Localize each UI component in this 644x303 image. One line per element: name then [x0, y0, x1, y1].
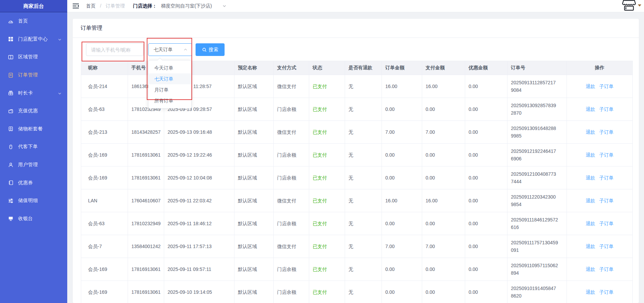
table-cell-nickname: 会员-7 — [81, 235, 128, 258]
table-cell-discount: 0.00 — [465, 98, 507, 121]
table-cell-refund: 无 — [345, 258, 382, 281]
row-action-link[interactable]: 退款 — [586, 129, 595, 135]
table-cell-time: 2025-09-10 19:14:05 — [164, 281, 234, 303]
row-action-link[interactable]: 退款 — [586, 244, 595, 249]
user-icon — [8, 162, 14, 168]
sidebar-item-11[interactable]: 收银台 — [0, 210, 67, 228]
dropdown-option[interactable]: 所有订单 — [148, 95, 191, 106]
sidebar-item-8[interactable]: 用户管理 — [0, 156, 67, 174]
row-action-link[interactable]: 退款 — [586, 152, 595, 158]
table-cell-phone: 13584001242 — [128, 235, 164, 258]
row-action-link[interactable]: 子订单 — [599, 129, 614, 135]
table-cell-status: 已支付 — [309, 189, 345, 212]
row-action-link[interactable]: 子订单 — [599, 106, 614, 112]
chevron-down-icon[interactable] — [222, 4, 227, 8]
sidebar-item-6[interactable]: 储物柜套餐 — [0, 120, 67, 138]
table-cell-zone: 默认区域 — [234, 167, 274, 189]
order-range-select[interactable]: 七天订单 — [148, 43, 192, 56]
row-action-link[interactable]: 子订单 — [599, 289, 614, 295]
table-row: 会员-169178169130612025-09-12 10:04:08默认区域… — [81, 167, 633, 189]
search-input[interactable] — [86, 43, 144, 56]
row-action-link[interactable]: 退款 — [586, 106, 595, 112]
gift-icon — [8, 90, 14, 96]
row-action-link[interactable]: 子订单 — [599, 84, 614, 89]
table-cell-time: 2025-09-11 17:57:13 — [164, 235, 234, 258]
table-cell-zone: 默认区域 — [234, 75, 274, 98]
store-menu[interactable] — [617, 0, 644, 12]
row-action-link[interactable]: 退款 — [586, 289, 595, 295]
column-header: 优惠金额 — [465, 61, 507, 75]
dropdown-option[interactable]: 今天订单 — [148, 62, 191, 73]
table-cell-status: 已支付 — [309, 144, 345, 167]
table-cell-refund: 无 — [345, 121, 382, 144]
sidebar-item-3[interactable]: 订单管理 — [0, 66, 67, 84]
sidebar-item-2[interactable]: 区域管理 — [0, 48, 67, 66]
row-action-link[interactable]: 子订单 — [599, 152, 614, 158]
table-row: 会员-63178102329492025-09-11 18:46:12默认区域门… — [81, 212, 633, 235]
table-cell-nickname: 会员-169 — [81, 281, 128, 303]
row-action-link[interactable]: 子订单 — [599, 244, 614, 249]
row-action-link[interactable]: 退款 — [586, 266, 595, 272]
row-action-link[interactable]: 退款 — [586, 221, 595, 226]
grid-icon — [8, 36, 14, 42]
sidebar-item-5[interactable]: 充值优惠 — [0, 102, 67, 120]
table-cell-status: 已支付 — [309, 75, 345, 98]
sidebar-item-label: 时长卡 — [18, 90, 33, 96]
table-cell-actions: 退款子订单 — [567, 121, 633, 144]
breadcrumb: 首页 / 订单管理 — [86, 3, 125, 9]
table-cell-order_amount: 0.00 — [382, 98, 422, 121]
row-action-link[interactable]: 子订单 — [599, 221, 614, 226]
table-cell-status: 已支付 — [309, 212, 345, 235]
sidebar-collapse-icon[interactable] — [72, 3, 79, 9]
table-cell-order_amount: 16.00 — [382, 189, 422, 212]
search-button[interactable]: 搜索 — [196, 43, 225, 56]
table-cell-order_no: 202509121004087737444 — [507, 167, 567, 189]
monitor-icon — [8, 216, 14, 222]
sidebar-item-4[interactable]: 时长卡 — [0, 84, 67, 102]
status-badge: 已支付 — [313, 106, 327, 112]
dropdown-option[interactable]: 月订单 — [148, 84, 191, 95]
row-action-link[interactable]: 退款 — [586, 198, 595, 203]
table-cell-phone: 17816913061 — [128, 281, 164, 303]
table-cell-discount: 0.00 — [465, 235, 507, 258]
dropdown-option[interactable]: 七天订单 — [148, 73, 191, 84]
order-range-select-value: 七天订单 — [154, 47, 183, 53]
row-action-link[interactable]: 退款 — [586, 84, 595, 89]
row-action-link[interactable]: 子订单 — [599, 198, 614, 203]
table-cell-order_amount: 7.00 — [382, 235, 422, 258]
breadcrumb-home[interactable]: 首页 — [86, 3, 96, 9]
search-icon — [202, 47, 207, 52]
sidebar-item-0[interactable]: 首页 — [0, 12, 67, 30]
store-select-value[interactable]: 梯度空间自习室(下沙店) — [161, 3, 212, 9]
topbar: 首页 / 订单管理 门店选择： 梯度空间自习室(下沙店) — [67, 0, 644, 12]
table-cell-zone: 默认区域 — [234, 281, 274, 303]
status-badge: 已支付 — [313, 289, 327, 295]
sidebar-item-7[interactable]: 代客下单 — [0, 138, 67, 156]
table-cell-pay_method: 门店余额 — [274, 144, 309, 167]
table-row: 会员-213181434282572025-09-13 09:16:48默认区域… — [81, 121, 633, 144]
table-cell-pay_amount: 0.00 — [422, 98, 465, 121]
column-header: 昵称 — [81, 61, 128, 75]
sidebar-item-9[interactable]: 优惠券 — [0, 174, 67, 192]
table-row: 会员-169178169130612025-09-10 19:14:05默认区域… — [81, 281, 633, 303]
status-badge: 已支付 — [313, 221, 327, 226]
status-badge: 已支付 — [313, 198, 327, 203]
table-cell-refund: 无 — [345, 75, 382, 98]
sidebar-item-1[interactable]: 门店配置中心 — [0, 30, 67, 48]
app-title: 商家后台 — [0, 0, 67, 12]
table-cell-refund: 无 — [345, 189, 382, 212]
sidebar-item-10[interactable]: 储值明细 — [0, 192, 67, 210]
table-cell-pay_method: 微信支付 — [274, 235, 309, 258]
shop-icon — [620, 0, 638, 11]
mouse-icon — [8, 144, 14, 150]
row-action-link[interactable]: 子订单 — [599, 175, 614, 181]
table-cell-pay_amount: 0.00 — [422, 212, 465, 235]
table-cell-pay_method: 微信支付 — [274, 75, 309, 98]
column-header: 支付金额 — [422, 61, 465, 75]
table-cell-pay_amount: 0.00 — [422, 167, 465, 189]
row-action-link[interactable]: 子订单 — [599, 266, 614, 272]
table-cell-discount: 0.00 — [465, 144, 507, 167]
row-action-link[interactable]: 退款 — [586, 175, 595, 181]
dashboard-icon — [8, 18, 14, 24]
order-range-dropdown: 今天订单七天订单月订单所有订单 — [148, 60, 191, 109]
